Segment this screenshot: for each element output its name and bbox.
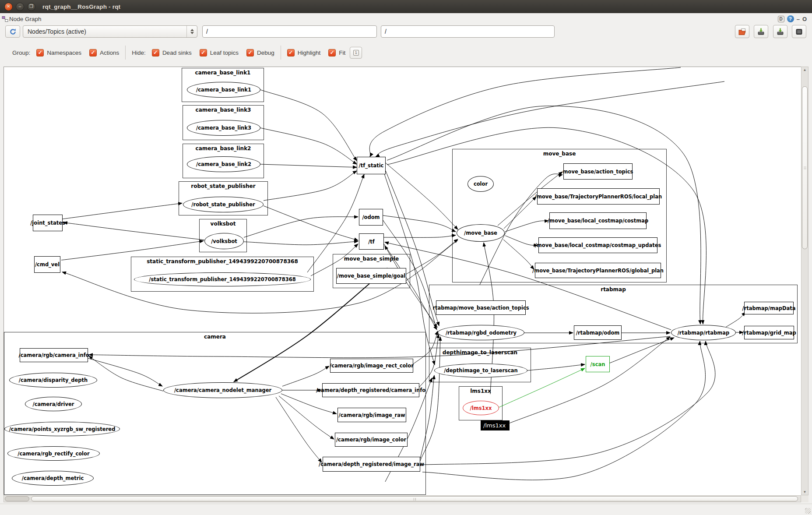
screenshot-button[interactable]: [792, 25, 806, 38]
vertical-scrollbar-thumb[interactable]: [802, 86, 808, 249]
graph-node-depth_registered_image_raw[interactable]: /camera/depth_registered/image_raw: [323, 457, 420, 472]
checkmark-icon: ✓: [328, 49, 336, 56]
checkbox-label: Fit: [339, 49, 345, 56]
checkbox-label: Debug: [257, 49, 274, 56]
graph-node-rtabmap_grid_map[interactable]: /rtabmap/grid_map: [744, 326, 794, 339]
screenshot-icon: [795, 28, 803, 35]
window-minimize-button[interactable]: –: [16, 3, 24, 11]
checkbox-highlight[interactable]: ✓ Highlight: [287, 49, 321, 56]
window-maximize-button[interactable]: ❐: [27, 3, 35, 11]
graph-node-camera_driver[interactable]: /camera/driver: [25, 397, 82, 411]
graph-node-costmap_updates[interactable]: /move_base/local_costmap/costmap_updates: [538, 237, 657, 253]
horizontal-scrollbar[interactable]: [4, 495, 801, 502]
checkbox-leaf-topics[interactable]: ✓ Leaf topics: [200, 49, 239, 56]
checkbox-label: Highlight: [298, 49, 321, 56]
graph-node-camera_base_link3[interactable]: /camera_base_link3: [187, 120, 260, 136]
graph-node-camera_disparity_depth[interactable]: /camera/disparity_depth: [9, 373, 97, 388]
graph-type-value: Nodes/Topics (active): [23, 28, 86, 35]
graph-node-camera_base_link2[interactable]: /camera_base_link2: [187, 156, 260, 172]
checkmark-icon: ✓: [152, 49, 159, 56]
plugin-title: Node Graph: [9, 16, 42, 22]
titlebar: ✕ – ❐ rqt_graph__RosGraph - rqt: [0, 0, 812, 13]
node-tooltip: /lms1xx: [481, 420, 510, 430]
graph-node-odom[interactable]: /odom: [359, 209, 383, 226]
checkbox-namespaces[interactable]: ✓ Namespaces: [36, 49, 81, 56]
graph-node-global_plan[interactable]: /move_base/TrajectoryPlannerROS/global_p…: [535, 263, 661, 278]
graph-node-robot_state_publisher[interactable]: /robot_state_publisher: [183, 197, 264, 212]
checkmark-icon: ✓: [246, 49, 254, 56]
status-bar: [0, 504, 812, 515]
node-filter-input[interactable]: [202, 25, 377, 38]
graph-node-depthimage_to_laserscan[interactable]: /depthimage_to_laserscan: [434, 363, 527, 377]
help-icon[interactable]: ?: [787, 15, 794, 22]
scroll-up-icon[interactable]: ▲: [801, 68, 808, 72]
save-dot-button[interactable]: [754, 25, 768, 38]
fit-in-view-button[interactable]: 1: [350, 47, 362, 59]
graph-node-joint_states[interactable]: /joint_states: [33, 215, 63, 231]
graph-node-image_rect_color[interactable]: /camera/rgb/image_rect_color: [330, 359, 413, 373]
graph-node-volksbot[interactable]: /volksbot: [204, 233, 244, 249]
vertical-scrollbar[interactable]: ▲ ▼: [801, 67, 808, 495]
group-label: Group:: [12, 49, 30, 56]
graph-node-camera_base_link1[interactable]: /camera_base_link1: [187, 82, 260, 98]
resize-grip[interactable]: [805, 508, 811, 514]
graph-node-costmap[interactable]: /move_base/local_costmap/costmap: [549, 212, 647, 229]
dropdown-spinner-icon: [186, 26, 197, 37]
refresh-icon: [9, 28, 17, 35]
hide-label: Hide:: [132, 49, 146, 56]
dock-minimize-button[interactable]: –: [797, 16, 800, 22]
graph-canvas[interactable]: camera_base_link1camera_base_link3camera…: [4, 67, 808, 502]
checkmark-icon: ✓: [200, 49, 207, 56]
topic-filter-input[interactable]: [381, 25, 555, 38]
refresh-button[interactable]: [5, 25, 20, 38]
checkbox-fit[interactable]: ✓ Fit: [328, 49, 345, 56]
graph-node-camera_points[interactable]: /camera/points_xyzrgb_sw_registered: [4, 422, 120, 436]
graph-node-cmd_vel[interactable]: /cmd_vel: [34, 256, 60, 273]
window-close-button[interactable]: ✕: [4, 3, 13, 11]
separator: [281, 46, 281, 60]
dock-float-button[interactable]: O: [802, 16, 807, 22]
graph-node-tf_static[interactable]: /tf_static: [357, 157, 386, 174]
graph-node-color[interactable]: color: [468, 176, 494, 192]
toolbar: Nodes/Topics (active): [0, 25, 812, 42]
checkbox-dead-sinks[interactable]: ✓ Dead sinks: [152, 49, 192, 56]
graph-node-local_plan[interactable]: /move_base/TrajectoryPlannerROS/local_pl…: [537, 188, 660, 205]
checkbox-actions[interactable]: ✓ Actions: [89, 49, 119, 56]
graph-node-camera_depth_metric[interactable]: /camera/depth_metric: [12, 471, 94, 486]
graph-node-camera_nodelet_manager[interactable]: /camera/camera_nodelet_manager: [163, 382, 282, 398]
graph-node-rtabmap_action_topics[interactable]: rtabmap/move_base/action_topics: [436, 300, 526, 315]
graph-node-rgbd_odometry[interactable]: /rtabmap/rgbd_odometry: [438, 325, 524, 340]
graph-node-camera_rgb_camera_info[interactable]: /camera/rgb/camera_info: [20, 348, 88, 362]
scroll-down-icon[interactable]: ▼: [801, 490, 808, 494]
save-icon: [777, 28, 784, 35]
graph-node-depth_registered_camera_info[interactable]: /camera/depth_registered/camera_info: [322, 383, 419, 397]
rqt-window: ✕ – ❐ rqt_graph__RosGraph - rqt Node Gra…: [0, 0, 812, 515]
graph-node-static_transform_publisher[interactable]: /static_transform_publisher_149439922070…: [134, 272, 311, 286]
graph-node-image_color[interactable]: /camera/rgb/image_color: [335, 433, 408, 447]
save-image-button[interactable]: [773, 25, 787, 38]
graph-node-rtabmap_mapData[interactable]: /rtabmap/mapData: [744, 302, 794, 314]
graph-node-move_base_simple_goal[interactable]: /move_base_simple/goal: [336, 268, 406, 284]
load-dot-button[interactable]: [735, 25, 749, 38]
graph-node-scan[interactable]: /scan: [586, 356, 610, 372]
scrollbar-corner: [801, 495, 808, 502]
options-bar: Group: ✓ Namespaces ✓ Actions Hide: ✓ De…: [0, 44, 812, 61]
fit-one-icon: 1: [353, 50, 359, 56]
checkmark-icon: ✓: [89, 49, 97, 56]
graph-node-rtabmap_odom[interactable]: /rtabmap/odom: [574, 325, 622, 340]
graph-node-image_raw[interactable]: /camera/rgb/image_raw: [337, 408, 406, 422]
graph-node-rtabmap_rtabmap[interactable]: /rtabmap/rtabmap: [671, 325, 736, 340]
checkmark-icon: ✓: [36, 49, 44, 56]
graph-node-move_base[interactable]: /move_base: [457, 224, 505, 242]
scrollbar-stub: [5, 496, 29, 501]
dock-button[interactable]: D: [778, 16, 784, 22]
horizontal-scrollbar-thumb[interactable]: [31, 496, 798, 501]
graph-node-tf[interactable]: /tf: [359, 233, 384, 250]
separator: [125, 46, 126, 60]
graph-node-move_base_action_topics[interactable]: move_base/action_topics: [563, 163, 633, 180]
graph-node-camera_rgb_rectify_color[interactable]: /camera/rgb_rectify_color: [7, 446, 100, 461]
checkbox-debug[interactable]: ✓ Debug: [246, 49, 274, 56]
graph-type-dropdown[interactable]: Nodes/Topics (active): [23, 25, 197, 38]
minimize-icon: –: [19, 4, 21, 9]
graph-node-lms1xx[interactable]: /lms1xx: [463, 401, 499, 415]
